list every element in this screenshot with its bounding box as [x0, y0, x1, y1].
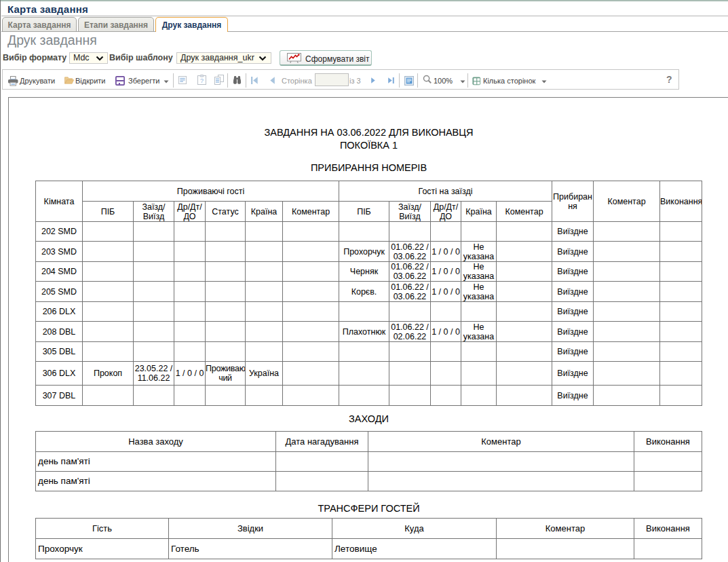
svg-text:?: ? [200, 77, 204, 84]
